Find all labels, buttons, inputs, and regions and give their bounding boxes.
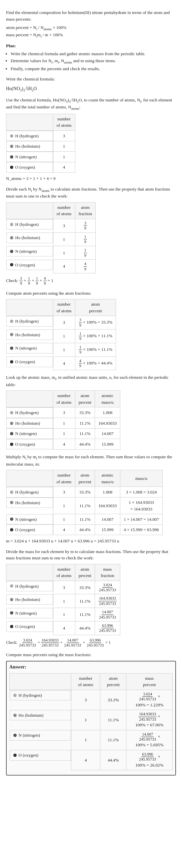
table-row: H (hydrogen) 3 33.3% 3.024245.95733 (6, 581, 120, 594)
table-row: N (nitrogen) 1 11.1% 14.007 (6, 428, 120, 439)
num-O-5: 4 (53, 524, 75, 535)
element-O-1: O (oxygen) (6, 162, 53, 173)
dot-H-ans (13, 694, 17, 697)
table-atomic-mass: numberof atoms atompercent atomicmass/u … (6, 391, 120, 450)
formula-section: Write the chemical formula: Ho(NO3)3·5H2… (6, 76, 176, 92)
num-N-ans: 1 (71, 730, 100, 750)
apct-Ho-4: 11.1% (75, 418, 95, 429)
num-N-3: 1 (53, 343, 75, 356)
element-N-3: N (nitrogen) (6, 343, 53, 353)
mpct-N-ans: 14.007245.95733 ×100% = 5.695% (126, 730, 173, 750)
dot-N-5 (10, 518, 13, 521)
dot-Ho-4 (10, 422, 13, 425)
col-apct-ans: atompercent (100, 673, 126, 690)
table-row: H (hydrogen) 3 (6, 130, 75, 141)
apct-H-5: 33.3% (75, 487, 95, 498)
dot-N-6 (10, 611, 13, 615)
apct-H-4: 33.3% (75, 407, 95, 418)
divide-section: Divide each Ni by Natoms to calculate at… (6, 186, 176, 286)
dot-O-1 (10, 166, 13, 169)
mfrac-H-6: 3.024245.95733 (95, 581, 120, 594)
use-formula-text: Use the chemical formula, Ho(NO3)3·5H2O,… (6, 97, 176, 111)
answer-label: Answer: (9, 663, 173, 671)
dot-O-3 (10, 360, 13, 364)
mass-pct-text: Compute mass percents using the mass fra… (6, 651, 176, 658)
answer-box: Answer: numberof atoms atompercent massp… (6, 661, 176, 776)
apct-H-ans: 33.3% (100, 690, 126, 710)
element-Ho-6: Ho (holmium) (6, 594, 53, 605)
col-el-4 (6, 391, 53, 407)
col-num-atoms-1: numberof atoms (53, 114, 75, 130)
table-mass-fractions: numberof atoms atompercent massfraction … (6, 564, 120, 635)
col-mass-5: mass/u (120, 470, 163, 487)
apct-N-ans: 11.1% (100, 730, 126, 750)
num-N-6: 1 (53, 608, 75, 622)
element-H-1: H (hydrogen) (6, 131, 53, 141)
amass-O-4: 15.999 (95, 439, 120, 450)
table-row: N (nitrogen) 1 11.1% 14.007245.95733 ×10… (10, 730, 173, 750)
col-pct-4: atompercent (75, 391, 95, 407)
fraction-O-2: 49 (84, 261, 87, 271)
col-pct-3: atompercent (75, 299, 116, 316)
multiply-text: Multiply Ni by mi to compute the mass fo… (6, 454, 176, 467)
element-Ho-5: Ho (holmium) (6, 498, 53, 508)
frac-check-1: 39 (19, 276, 23, 286)
num-O-6: 4 (53, 621, 75, 635)
pct-O-3: 49 × 100% = 44.4% (75, 356, 116, 370)
mass-N-5: 1 × 14.007 = 14.007 (120, 514, 163, 525)
plan-label: Plan: (6, 42, 176, 49)
col-el-5 (6, 470, 53, 487)
dot-H-2 (10, 223, 13, 226)
col-pct-5: atompercent (75, 470, 95, 487)
col-el-3 (6, 299, 53, 316)
atomic-mass-section: Look up the atomic mass, mi, in unified … (6, 374, 176, 450)
check-mass-fractions: Check: 3.024245.95733 + 164.93033245.957… (6, 638, 176, 648)
apct-N-4: 11.1% (75, 428, 95, 439)
num-O-ans: 4 (71, 750, 100, 770)
element-H-5: H (hydrogen) (6, 487, 53, 498)
col-amass-5: atomicmass/u (95, 470, 120, 487)
col-num-2: numberof atoms (53, 202, 75, 219)
divide-text: Divide each Ni by Natoms to calculate at… (6, 186, 176, 199)
apct-Ho-ans: 11.1% (100, 710, 126, 730)
table-row: Ho (holmium) 1 11.1% 164.93033 1 × 164.9… (6, 498, 163, 514)
col-amass-4: atomicmass/u (95, 391, 120, 407)
table-answer: numberof atoms atompercent masspercent H… (9, 673, 173, 770)
dot-H-3 (10, 319, 13, 323)
dot-N-ans (13, 734, 17, 737)
element-N-5: N (nitrogen) (6, 514, 53, 525)
element-N-1: N (nitrogen) (6, 152, 53, 162)
frac-H-2: 39 (75, 219, 95, 232)
apct-O-5: 44.4% (75, 524, 95, 535)
dot-Ho-1 (10, 145, 13, 148)
element-H-6: H (hydrogen) (6, 581, 53, 592)
dot-O-4 (10, 443, 13, 446)
dot-O-ans (13, 753, 17, 757)
formula-mass: mass percent = Nimi / m × 100% (6, 32, 176, 39)
element-H-ans: H (hydrogen) (10, 690, 71, 701)
frac-N-2: 19 (75, 246, 95, 260)
plan-item-2: Determine values for Ni, mi, Natoms and … (11, 58, 176, 65)
amass-Ho-5: 164.93033 (95, 498, 120, 514)
num-H-ans: 3 (71, 690, 100, 710)
element-O-2: O (oxygen) (6, 260, 53, 270)
num-N-2: 1 (53, 246, 75, 260)
num-Ho-4: 1 (53, 418, 75, 429)
dot-N-1 (10, 155, 13, 159)
element-Ho-ans: Ho (holmium) (10, 710, 71, 721)
table-row: H (hydrogen) 3 39 × 100% = 33.3% (6, 316, 116, 330)
table-row: O (oxygen) 4 44.4% 15.999 4 × 15.999 = 6… (6, 524, 163, 535)
val-H-1: 3 (53, 130, 75, 141)
multiply-section: Multiply Ni by mi to compute the mass fo… (6, 454, 176, 545)
mass-frac-section: Divide the mass for each element by m to… (6, 549, 176, 648)
col-num-3: numberof atoms (53, 299, 75, 316)
col-element-1 (6, 114, 53, 130)
num-H-5: 3 (53, 487, 75, 498)
num-N-4: 1 (53, 428, 75, 439)
dot-N-4 (10, 432, 13, 435)
dot-H-6 (10, 584, 13, 588)
atom-percents-text: Compute atom percents using the atom fra… (6, 290, 176, 297)
amass-O-5: 15.999 (95, 524, 120, 535)
table-atoms-count: numberof atoms H (hydrogen) 3 Ho (holmiu… (6, 114, 75, 173)
use-formula-section: Use the chemical formula, Ho(NO3)3·5H2O,… (6, 97, 176, 182)
